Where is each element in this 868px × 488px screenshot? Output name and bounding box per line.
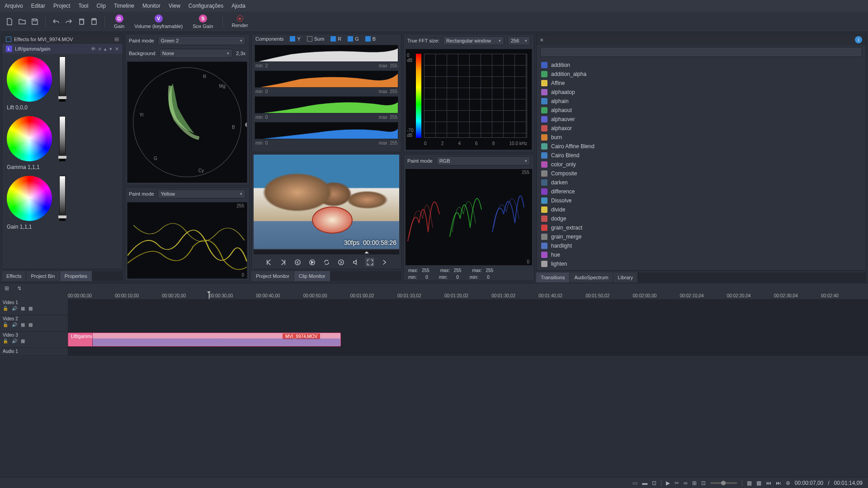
panel-list-icon[interactable]: ≡ <box>540 37 543 42</box>
sb-icon[interactable]: ▩ <box>756 480 761 486</box>
effect-visible-icon[interactable]: 👁 <box>91 46 96 52</box>
tab-project-bin[interactable]: Project Bin <box>26 271 59 281</box>
clip-video[interactable]: MVI_9974.MOV <box>92 333 341 347</box>
transition-item[interactable]: lighten <box>537 259 866 268</box>
transitions-list[interactable]: additionaddition_alphaAffinealphaatopalp… <box>537 59 866 270</box>
effect-down-icon[interactable]: ▾ <box>109 46 112 52</box>
save-icon[interactable] <box>30 17 40 27</box>
transition-item[interactable]: addition_alpha <box>537 70 866 79</box>
transition-item[interactable]: alphaover <box>537 115 866 124</box>
play-icon[interactable] <box>308 258 316 266</box>
transition-item[interactable]: color_only <box>537 160 866 169</box>
parade-paintmode-select[interactable]: RGB <box>436 156 530 165</box>
track-body[interactable] <box>68 315 868 331</box>
transition-item[interactable]: dodge <box>537 214 866 223</box>
track-body[interactable] <box>68 299 868 315</box>
transition-item[interactable]: grain_merge <box>537 232 866 241</box>
transition-item[interactable]: Composite <box>537 169 866 178</box>
monitor-scrubber[interactable] <box>254 250 399 254</box>
transition-item[interactable]: hardlight <box>537 241 866 250</box>
tab-transitions[interactable]: Transitions <box>536 272 569 282</box>
track-body[interactable] <box>68 348 868 356</box>
undo-icon[interactable] <box>51 17 61 27</box>
chk-y[interactable]: Y <box>290 36 300 42</box>
timeline-ruler[interactable]: 00:00:00,0000:00:10,0000:00:20,0000:00:3… <box>0 292 868 299</box>
menu-tool[interactable]: Tool <box>78 3 88 9</box>
transition-item[interactable]: difference <box>537 187 866 196</box>
sb-icon[interactable]: ⊕ <box>786 480 790 486</box>
fft-size-select[interactable]: 256 <box>508 36 530 45</box>
go-start-icon[interactable] <box>264 258 273 266</box>
transition-item[interactable]: Cairo Blend <box>537 151 866 160</box>
transition-item[interactable]: darken <box>537 178 866 187</box>
menu-arquivo[interactable]: Arquivo <box>5 3 23 9</box>
open-folder-icon[interactable] <box>17 17 27 27</box>
sb-prev-icon[interactable]: ⏮ <box>766 480 771 486</box>
gain-button[interactable]: G Gain <box>110 14 128 29</box>
chk-b[interactable]: B <box>365 36 376 42</box>
mute-icon[interactable]: 🔊 <box>12 322 17 327</box>
sb-icon[interactable]: ▭ <box>632 480 637 486</box>
tab-library[interactable]: Library <box>613 272 638 282</box>
menu-config[interactable]: Configurações <box>189 3 223 9</box>
volume-icon[interactable] <box>351 258 359 266</box>
timeline-tool-icon[interactable]: ↯ <box>17 285 22 291</box>
transition-item[interactable]: burn <box>537 133 866 142</box>
menu-view[interactable]: View <box>169 3 180 9</box>
tab-audiospectrum[interactable]: AudioSpectrum <box>570 272 613 282</box>
transition-item[interactable]: Dissolve <box>537 196 866 205</box>
transition-item[interactable]: addition <box>537 61 866 70</box>
sb-link-icon[interactable]: ∞ <box>684 480 688 486</box>
fullscreen-icon[interactable] <box>366 258 374 266</box>
lift-slider[interactable] <box>59 56 66 102</box>
next-icon[interactable] <box>380 258 388 266</box>
fft-window-select[interactable]: Rectangular window <box>443 36 504 45</box>
rewind-icon[interactable] <box>293 258 302 266</box>
vectorscope[interactable]: R Mg B Cy G Yl <box>127 61 247 183</box>
effect-row[interactable]: L Lift/gamma/gain 👁 ≡ ▴ ▾ ✕ <box>2 44 123 54</box>
forward-icon[interactable] <box>337 258 345 266</box>
menu-project[interactable]: Project <box>53 3 70 9</box>
lock-icon[interactable]: 🔓 <box>3 322 8 327</box>
tab-project-monitor[interactable]: Project Monitor <box>251 271 294 281</box>
sb-icon[interactable]: ⊞ <box>692 480 697 486</box>
panel-menu-icon[interactable]: ▤ <box>114 36 119 42</box>
volume-button[interactable]: V Volume (keyframable) <box>131 14 186 29</box>
menu-clip[interactable]: Clip <box>96 3 106 9</box>
mute-icon[interactable]: 🔊 <box>12 338 17 343</box>
timeline-tool-icon[interactable]: ⊞ <box>5 285 9 291</box>
info-icon[interactable]: i <box>855 36 862 43</box>
transition-item[interactable]: Affine <box>537 79 866 88</box>
tab-clip-monitor[interactable]: Clip Monitor <box>294 271 330 281</box>
thumb-icon[interactable]: ▦ <box>21 322 25 327</box>
thumb2-icon[interactable]: ▩ <box>28 322 33 327</box>
chk-sum[interactable]: Sum <box>307 36 325 42</box>
sox-gain-button[interactable]: S Sox Gain <box>189 14 217 29</box>
track-body[interactable]: Lift/gamma/gain MVI_9974.MOV <box>68 332 868 347</box>
chk-g[interactable]: G <box>348 36 359 42</box>
fft-scope[interactable]: 0dB -70dB 0246810.0 kHz 2402101801501209… <box>406 49 532 150</box>
vs-gain-slider[interactable] <box>245 122 247 127</box>
mute-icon[interactable]: 🔊 <box>12 306 17 311</box>
sb-icon[interactable]: ⊡ <box>652 480 656 486</box>
lift-wheel[interactable] <box>7 56 52 102</box>
sb-icon[interactable]: ⊡ <box>701 480 706 486</box>
tab-properties[interactable]: Properties <box>60 271 92 281</box>
transition-item[interactable]: grain_extract <box>537 223 866 232</box>
sb-icon[interactable]: ▦ <box>747 480 752 486</box>
copy-icon[interactable] <box>76 17 86 27</box>
rgb-parade-scope[interactable]: 255 0 <box>406 169 532 265</box>
transitions-search[interactable] <box>540 47 862 57</box>
transition-item[interactable]: alphaout <box>537 106 866 115</box>
thumb-icon[interactable]: ▦ <box>21 306 25 311</box>
transition-item[interactable]: alphain <box>537 97 866 106</box>
gamma-wheel[interactable] <box>7 116 52 161</box>
sb-icon[interactable]: ▬ <box>642 480 647 486</box>
sb-play-icon[interactable]: ▶ <box>666 480 670 486</box>
transition-item[interactable]: hue <box>537 250 866 259</box>
new-file-icon[interactable] <box>5 17 14 27</box>
gain-wheel[interactable] <box>7 176 52 221</box>
video-preview[interactable]: 30fps 00:00:58:26 <box>254 155 399 249</box>
vs-bg-select[interactable]: None <box>159 49 232 58</box>
effect-delete-icon[interactable]: ✕ <box>115 46 119 52</box>
